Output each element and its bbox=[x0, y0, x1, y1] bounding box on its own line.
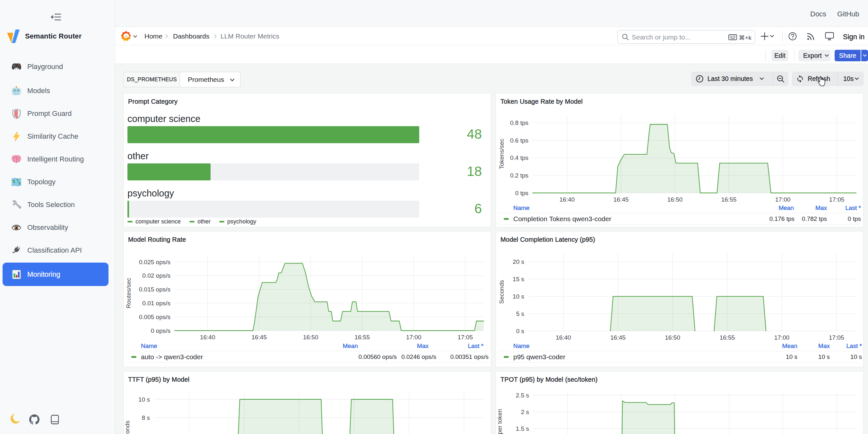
legend-header-max[interactable]: Max bbox=[818, 342, 830, 349]
refresh-group: Refresh 10s bbox=[792, 72, 864, 86]
legend-dash bbox=[189, 221, 194, 222]
sidebar-item-playground[interactable]: Playground bbox=[3, 58, 108, 76]
actions-divider bbox=[794, 50, 795, 61]
breadcrumb-dashboards[interactable]: Dashboards bbox=[173, 32, 209, 40]
breadcrumb-separator-icon bbox=[214, 34, 217, 38]
github-link[interactable]: GitHub bbox=[837, 10, 859, 18]
grafana-logo-button[interactable] bbox=[121, 31, 131, 41]
legend-series-name[interactable]: Completion Tokens qwen3-coder bbox=[513, 215, 611, 223]
time-range-label: Last 30 minutes bbox=[708, 75, 753, 83]
share-dropdown-button[interactable] bbox=[861, 50, 868, 61]
timeseries-chart: 0 ops/s0.005 ops/s0.01 ops/s0.015 ops/s0… bbox=[124, 231, 492, 368]
panel-title[interactable]: Prompt Category bbox=[128, 98, 178, 105]
x-tick-label: 17:05 bbox=[458, 334, 473, 341]
brand-title: Semantic Router bbox=[25, 32, 82, 40]
sidebar-item-label: Intelligent Routing bbox=[27, 155, 84, 163]
interval-chevron-icon bbox=[855, 78, 859, 80]
legend-series-name[interactable]: p95 qwen3-coder bbox=[513, 353, 565, 361]
sidebar-item-label: Tools Selection bbox=[27, 200, 75, 209]
y-tick-label: 0.005 ops/s bbox=[139, 314, 170, 320]
sidebar-item-similarity-cache[interactable]: Similarity Cache bbox=[3, 127, 108, 146]
brain-icon bbox=[11, 154, 22, 165]
sidebar-item-label: Monitoring bbox=[27, 270, 60, 279]
add-new-button[interactable] bbox=[761, 31, 774, 42]
series-area bbox=[714, 296, 766, 331]
sidebar-item-label: Topology bbox=[27, 178, 56, 186]
legend-label[interactable]: other bbox=[197, 218, 211, 225]
x-tick-label: 17:00 bbox=[406, 334, 422, 341]
news-button[interactable] bbox=[807, 32, 815, 40]
legend-label[interactable]: psychology bbox=[227, 218, 256, 225]
help-button[interactable] bbox=[788, 32, 797, 40]
sidebar-item-tools-selection[interactable]: Tools Selection bbox=[3, 195, 108, 214]
zoom-out-icon bbox=[777, 75, 784, 83]
legend-header-name[interactable]: Name bbox=[513, 342, 530, 349]
timeseries-chart: 6 s8 s10 s16:4016:4516:5016:5517:0017:05… bbox=[124, 371, 492, 434]
sidebar-item-topology[interactable]: Topology bbox=[3, 173, 108, 191]
legend-separator bbox=[500, 363, 860, 363]
legend-header-last[interactable]: Last * bbox=[845, 205, 861, 212]
search-input[interactable]: Search or jump to... ⌘+k bbox=[617, 30, 755, 44]
sidebar-item-monitoring[interactable]: Monitoring bbox=[3, 262, 108, 286]
sidebar-item-models[interactable]: Models bbox=[3, 82, 108, 100]
sidebar-item-intelligent-routing[interactable]: Intelligent Routing bbox=[3, 150, 108, 168]
zoom-out-button[interactable] bbox=[773, 72, 788, 85]
legend-header-max[interactable]: Max bbox=[815, 205, 827, 212]
docs-link[interactable]: Docs bbox=[810, 10, 826, 18]
legend-header-max[interactable]: Max bbox=[417, 342, 429, 349]
legend-header-last[interactable]: Last * bbox=[846, 342, 862, 349]
bar-track bbox=[127, 200, 419, 218]
legend-value: 10 s bbox=[786, 353, 797, 361]
collapse-sidebar-button[interactable] bbox=[51, 13, 62, 21]
legend-header-last[interactable]: Last * bbox=[468, 342, 484, 349]
legend-label[interactable]: computer science bbox=[135, 218, 181, 225]
datasource-picker[interactable]: Prometheus bbox=[180, 72, 241, 87]
x-tick-label: 16:40 bbox=[200, 334, 215, 341]
grafana-navbar: Home Dashboards LLM Router Metrics Searc… bbox=[115, 27, 868, 45]
y-axis-label: Routes/sec bbox=[125, 278, 132, 308]
legend-header-mean[interactable]: Mean bbox=[778, 205, 794, 212]
bar-fill bbox=[127, 200, 129, 218]
legend-header-name[interactable]: Name bbox=[141, 342, 157, 349]
share-button[interactable]: Share bbox=[835, 50, 861, 61]
legend-header-mean[interactable]: Mean bbox=[342, 342, 358, 349]
sidebar-item-observability[interactable]: Observability bbox=[3, 218, 108, 237]
x-tick-label: 16:50 bbox=[303, 334, 318, 341]
legend-series-dash bbox=[504, 356, 509, 358]
bar-value: 48 bbox=[417, 126, 482, 142]
legend-header-mean[interactable]: Mean bbox=[782, 342, 797, 349]
legend-header-name[interactable]: Name bbox=[513, 205, 530, 212]
sidebar-item-prompt-guard[interactable]: Prompt Guard bbox=[3, 104, 108, 123]
sign-in-button[interactable]: Sign in bbox=[843, 33, 865, 41]
refresh-interval-picker[interactable]: 10s bbox=[838, 72, 864, 85]
search-placeholder: Search or jump to... bbox=[632, 33, 690, 41]
legend-series-name[interactable]: auto -> qwen3-coder bbox=[141, 353, 203, 361]
refresh-button[interactable]: Refresh bbox=[793, 72, 837, 85]
time-range-picker[interactable]: Last 30 minutes bbox=[692, 72, 773, 85]
sidebar-item-classification-api[interactable]: Classification API bbox=[3, 241, 108, 260]
github-octocat-icon bbox=[29, 414, 39, 425]
bar-value: 6 bbox=[417, 201, 482, 216]
x-tick-label: 17:00 bbox=[774, 334, 790, 341]
tv-mode-button[interactable] bbox=[825, 32, 834, 40]
bar-label-other: other bbox=[127, 151, 149, 161]
edit-button[interactable]: Edit bbox=[771, 50, 788, 61]
x-tick-label: 16:55 bbox=[721, 196, 737, 203]
panel-ttft: TTFT (p95) by Model6 s8 s10 s16:4016:451… bbox=[123, 371, 491, 434]
utility-topbar: Docs GitHub bbox=[115, 0, 868, 27]
sidebar-item-label: Classification API bbox=[27, 246, 82, 254]
org-switcher-chevron-icon[interactable] bbox=[133, 35, 137, 38]
x-tick-label: 16:55 bbox=[720, 334, 735, 341]
y-tick-label: 0.015 ops/s bbox=[139, 286, 170, 293]
github-link-button[interactable] bbox=[29, 414, 39, 425]
theme-toggle-button[interactable] bbox=[10, 413, 20, 424]
x-tick-label: 16:45 bbox=[610, 334, 626, 341]
docs-book-button[interactable] bbox=[51, 415, 59, 424]
series-area bbox=[610, 296, 695, 331]
export-button[interactable]: Export bbox=[798, 50, 831, 61]
y-tick-label: 1.5 s bbox=[516, 425, 529, 432]
series-area bbox=[532, 125, 856, 193]
wrench-icon bbox=[11, 199, 22, 210]
dashboard-actions-row: Edit Export Share bbox=[115, 45, 868, 64]
breadcrumb-home[interactable]: Home bbox=[145, 32, 162, 40]
